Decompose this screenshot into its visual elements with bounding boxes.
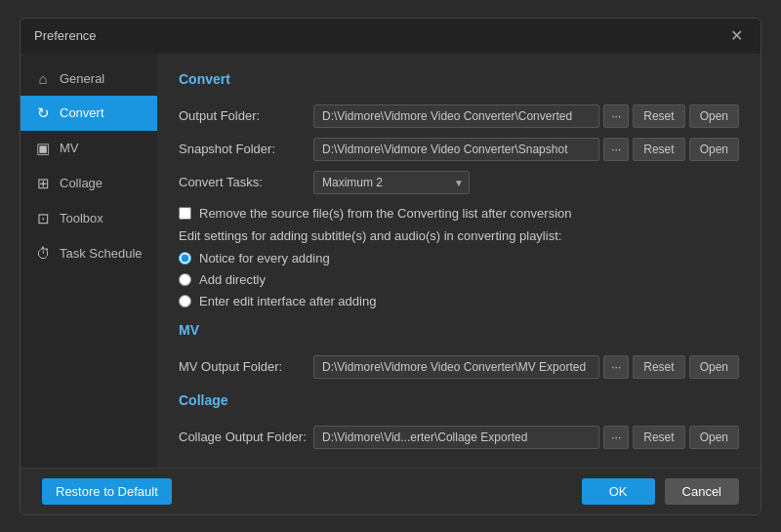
sidebar-label-collage: Collage bbox=[60, 176, 103, 190]
restore-default-button[interactable]: Restore to Default bbox=[42, 478, 172, 505]
sidebar-item-toolbox[interactable]: ⊡ Toolbox bbox=[21, 201, 157, 236]
dialog-body: ⌂ General ↻ Convert ▣ MV ⊞ Collage ⊡ Too… bbox=[21, 54, 760, 468]
cancel-button[interactable]: Cancel bbox=[665, 478, 739, 505]
radio-add-directly-input[interactable] bbox=[179, 273, 191, 286]
dialog-footer: Restore to Default OK Cancel bbox=[21, 468, 760, 514]
output-folder-reset-button[interactable]: Reset bbox=[633, 104, 684, 128]
radio-edit-interface-row: Enter edit interface after adding bbox=[179, 294, 739, 308]
convert-tasks-label: Convert Tasks: bbox=[179, 175, 313, 189]
radio-notice-label: Notice for every adding bbox=[199, 251, 330, 266]
sidebar-item-task-schedule[interactable]: ⏱ Task Schedule bbox=[21, 236, 157, 270]
output-folder-value: D:\Vidmore\Vidmore Video Converter\Conve… bbox=[313, 104, 599, 128]
mv-icon: ▣ bbox=[34, 140, 52, 157]
snapshot-folder-label: Snapshot Folder: bbox=[179, 142, 313, 156]
toolbox-icon: ⊡ bbox=[34, 210, 52, 227]
collage-icon: ⊞ bbox=[34, 175, 52, 192]
remove-source-row: Remove the source file(s) from the Conve… bbox=[179, 206, 739, 221]
collage-output-folder-dots-button[interactable]: ··· bbox=[603, 426, 629, 449]
sidebar-label-toolbox: Toolbox bbox=[60, 211, 103, 225]
mv-section-title: MV bbox=[179, 322, 739, 342]
snapshot-folder-row: Snapshot Folder: D:\Vidmore\Vidmore Vide… bbox=[179, 138, 739, 161]
radio-group-label: Edit settings for adding subtitle(s) and… bbox=[179, 228, 739, 243]
task-schedule-icon: ⏱ bbox=[34, 245, 52, 262]
title-bar: Preference ✕ bbox=[21, 19, 760, 54]
preference-dialog: Preference ✕ ⌂ General ↻ Convert ▣ MV ⊞ … bbox=[20, 18, 761, 515]
sidebar-item-general[interactable]: ⌂ General bbox=[21, 61, 157, 96]
mv-output-folder-row: MV Output Folder: D:\Vidmore\Vidmore Vid… bbox=[179, 355, 739, 379]
convert-tasks-row: Convert Tasks: Maximum 1 Maximum 2 Maxim… bbox=[179, 171, 739, 194]
output-folder-dots-button[interactable]: ··· bbox=[603, 104, 629, 128]
mv-output-folder-label: MV Output Folder: bbox=[179, 359, 313, 374]
radio-add-directly-label: Add directly bbox=[199, 272, 266, 287]
mv-output-folder-reset-button[interactable]: Reset bbox=[633, 355, 684, 379]
home-icon: ⌂ bbox=[34, 70, 52, 87]
sidebar-label-mv: MV bbox=[60, 141, 79, 155]
dialog-title: Preference bbox=[34, 28, 97, 43]
output-folder-label: Output Folder: bbox=[179, 108, 313, 123]
collage-output-folder-value: D:\Vidmore\Vid...erter\Collage Exported bbox=[313, 426, 599, 449]
mv-output-folder-value: D:\Vidmore\Vidmore Video Converter\MV Ex… bbox=[313, 355, 599, 379]
snapshot-folder-value: D:\Vidmore\Vidmore Video Converter\Snaps… bbox=[313, 138, 599, 161]
collage-section-title: Collage bbox=[179, 392, 739, 412]
sidebar-item-mv[interactable]: ▣ MV bbox=[21, 131, 157, 166]
radio-edit-interface-input[interactable] bbox=[179, 295, 191, 307]
footer-right: OK Cancel bbox=[582, 478, 739, 505]
mv-output-folder-dots-button[interactable]: ··· bbox=[603, 355, 629, 379]
close-button[interactable]: ✕ bbox=[726, 26, 747, 46]
sidebar-label-convert: Convert bbox=[60, 105, 104, 120]
snapshot-folder-dots-button[interactable]: ··· bbox=[603, 138, 629, 161]
convert-icon: ↻ bbox=[34, 104, 52, 122]
radio-notice-input[interactable] bbox=[179, 252, 191, 265]
sidebar-item-collage[interactable]: ⊞ Collage bbox=[21, 166, 157, 201]
mv-output-folder-open-button[interactable]: Open bbox=[689, 355, 739, 379]
convert-tasks-select[interactable]: Maximum 1 Maximum 2 Maximum 3 Maximum 4 bbox=[313, 171, 470, 194]
remove-source-checkbox[interactable] bbox=[179, 207, 191, 220]
convert-tasks-dropdown-wrapper: Maximum 1 Maximum 2 Maximum 3 Maximum 4 … bbox=[313, 171, 470, 194]
sidebar: ⌂ General ↻ Convert ▣ MV ⊞ Collage ⊡ Too… bbox=[21, 54, 157, 468]
sidebar-item-convert[interactable]: ↻ Convert bbox=[21, 96, 157, 131]
remove-source-label: Remove the source file(s) from the Conve… bbox=[199, 206, 572, 221]
collage-output-folder-row: Collage Output Folder: D:\Vidmore\Vid...… bbox=[179, 426, 739, 449]
output-folder-open-button[interactable]: Open bbox=[689, 104, 739, 128]
ok-button[interactable]: OK bbox=[582, 478, 655, 505]
convert-section-title: Convert bbox=[179, 71, 739, 91]
snapshot-folder-reset-button[interactable]: Reset bbox=[633, 138, 684, 161]
collage-output-folder-open-button[interactable]: Open bbox=[689, 426, 739, 449]
radio-edit-interface-label: Enter edit interface after adding bbox=[199, 294, 376, 308]
sidebar-label-general: General bbox=[60, 71, 104, 86]
main-content: Convert Output Folder: D:\Vidmore\Vidmor… bbox=[157, 54, 760, 468]
output-folder-row: Output Folder: D:\Vidmore\Vidmore Video … bbox=[179, 104, 739, 128]
collage-output-folder-reset-button[interactable]: Reset bbox=[633, 426, 684, 449]
sidebar-label-task-schedule: Task Schedule bbox=[60, 246, 143, 261]
snapshot-folder-open-button[interactable]: Open bbox=[689, 138, 739, 161]
radio-add-directly-row: Add directly bbox=[179, 272, 739, 287]
collage-output-folder-label: Collage Output Folder: bbox=[179, 430, 313, 444]
radio-notice-row: Notice for every adding bbox=[179, 251, 739, 266]
